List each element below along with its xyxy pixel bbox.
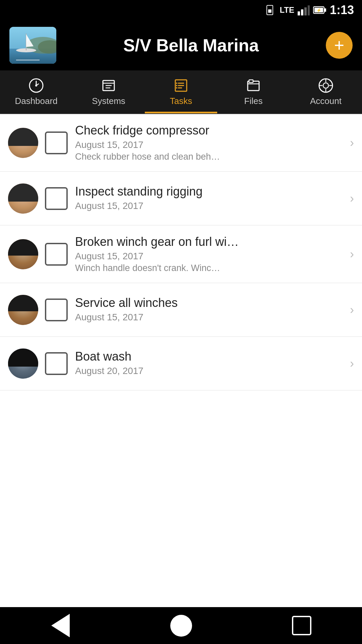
task-title: Check fridge compressor: [75, 123, 346, 138]
tab-account[interactable]: Account: [290, 70, 362, 113]
task-title: Boat wash: [75, 350, 346, 364]
task-date: August 15, 2017: [75, 201, 346, 211]
svg-rect-33: [249, 80, 253, 83]
bottom-nav-bar: [0, 607, 362, 644]
status-icons: LTE ⚡ 1:13: [265, 3, 354, 17]
tab-tasks-label: Tasks: [170, 96, 192, 106]
task-checkbox[interactable]: [45, 299, 68, 321]
tab-systems[interactable]: Systems: [72, 70, 145, 113]
task-checkbox[interactable]: [45, 243, 68, 266]
task-content: Boat wash August 20, 2017: [75, 350, 346, 378]
dashboard-icon: [28, 78, 44, 93]
task-title: Service all winches: [75, 296, 346, 310]
svg-point-20: [35, 85, 37, 87]
task-item[interactable]: Inspect standing rigging August 15, 2017…: [0, 172, 362, 225]
tab-account-label: Account: [310, 96, 342, 106]
task-content: Check fridge compressor August 15, 2017 …: [75, 123, 346, 162]
task-title: Inspect standing rigging: [75, 184, 346, 199]
app-header: S/V Bella Marina +: [0, 20, 362, 70]
svg-point-30: [176, 85, 177, 86]
svg-rect-4: [304, 7, 307, 15]
task-title: Broken winch gear on furl wi…: [75, 235, 346, 249]
recents-icon: [292, 616, 311, 635]
tab-dashboard[interactable]: Dashboard: [0, 70, 72, 113]
svg-rect-5: [308, 5, 310, 15]
task-content: Inspect standing rigging August 15, 2017: [75, 184, 346, 213]
files-icon: [246, 78, 261, 93]
systems-icon: [101, 78, 116, 93]
chevron-right-icon: ›: [350, 136, 354, 150]
tab-dashboard-label: Dashboard: [15, 96, 57, 106]
home-icon: [170, 615, 192, 637]
recents-button[interactable]: [290, 614, 313, 637]
avatar: [8, 128, 38, 158]
chevron-right-icon: ›: [350, 192, 354, 206]
task-content: Broken winch gear on furl wi… August 15,…: [75, 235, 346, 273]
boat-name: S/V Bella Marina: [56, 35, 326, 55]
account-icon: [318, 78, 334, 93]
task-date: August 15, 2017: [75, 251, 346, 262]
chevron-right-icon: ›: [350, 357, 354, 371]
tab-files-label: Files: [244, 96, 263, 106]
tab-files[interactable]: Files: [217, 70, 290, 113]
nav-tab-bar: Dashboard Systems Tasks Files: [0, 70, 362, 114]
plus-icon: +: [334, 37, 344, 54]
task-content: Service all winches August 15, 2017: [75, 296, 346, 324]
task-item[interactable]: Boat wash August 20, 2017 ›: [0, 337, 362, 390]
back-button[interactable]: [49, 614, 72, 637]
svg-point-31: [176, 87, 177, 89]
chevron-right-icon: ›: [350, 247, 354, 261]
boat-image-svg: [9, 27, 56, 64]
tab-tasks[interactable]: Tasks: [145, 70, 217, 113]
chevron-right-icon: ›: [350, 303, 354, 317]
status-time: 1:13: [330, 3, 354, 17]
svg-rect-3: [301, 9, 303, 15]
home-button[interactable]: [169, 614, 193, 637]
back-icon: [51, 614, 70, 637]
task-item[interactable]: Broken winch gear on furl wi… August 15,…: [0, 225, 362, 283]
sim-icon: [265, 5, 276, 15]
svg-text:⚡: ⚡: [316, 8, 321, 13]
svg-point-35: [323, 83, 328, 88]
task-item[interactable]: Check fridge compressor August 15, 2017 …: [0, 114, 362, 172]
avatar: [8, 295, 38, 325]
task-description: Check rubber hose and clean beh…: [75, 152, 346, 162]
tab-systems-label: Systems: [92, 96, 125, 106]
task-item[interactable]: Service all winches August 15, 2017 ›: [0, 283, 362, 337]
svg-point-29: [176, 83, 177, 84]
task-date: August 20, 2017: [75, 366, 346, 376]
signal-icon: [298, 5, 310, 15]
boat-thumbnail: [9, 27, 56, 64]
status-bar: LTE ⚡ 1:13: [0, 0, 362, 20]
task-checkbox[interactable]: [45, 131, 68, 154]
task-date: August 15, 2017: [75, 140, 346, 150]
avatar: [8, 239, 38, 269]
svg-rect-1: [268, 9, 272, 13]
lte-indicator: LTE: [280, 5, 294, 15]
add-task-button[interactable]: +: [326, 32, 353, 59]
task-checkbox[interactable]: [45, 187, 68, 210]
svg-rect-7: [324, 8, 326, 12]
avatar: [8, 348, 38, 379]
task-description: Winch handle doesn't crank. Winc…: [75, 263, 346, 273]
battery-icon: ⚡: [313, 5, 326, 15]
task-checkbox[interactable]: [45, 352, 68, 375]
avatar: [8, 183, 38, 214]
task-list: Check fridge compressor August 15, 2017 …: [0, 114, 362, 390]
tasks-icon: [173, 78, 189, 93]
svg-rect-2: [298, 11, 300, 15]
task-date: August 15, 2017: [75, 312, 346, 323]
